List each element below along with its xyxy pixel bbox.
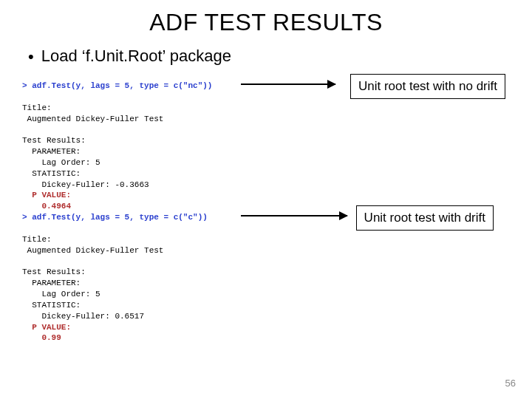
out-line: STATISTIC: [22, 169, 81, 178]
slide-title: ADF TEST RESULTS [0, 0, 532, 36]
out-line: Title: [22, 103, 52, 112]
pvalue-value: 0.4964 [22, 202, 71, 211]
out-line: PARAMETER: [22, 147, 81, 156]
bullet-dot-icon: • [28, 47, 34, 66]
page-number: 56 [505, 378, 516, 389]
bullet-item: •Load ‘f.Unit.Root’ package [28, 47, 532, 66]
out-line: Title: [22, 235, 52, 244]
pvalue-label: P VALUE: [22, 323, 71, 332]
out-line: Augmented Dickey-Fuller Test [22, 246, 163, 255]
out-line: Test Results: [22, 267, 86, 276]
pvalue-label: P VALUE: [22, 191, 71, 200]
out-line: Dickey-Fuller: 0.6517 [22, 312, 144, 321]
out-line: Lag Order: 5 [22, 290, 100, 299]
out-line: STATISTIC: [22, 301, 81, 310]
annotation-box-no-drift: Unit root test with no drift [350, 74, 505, 99]
command-line-2: > adf.Test(y, lags = 5, type = c("c")) [22, 213, 208, 222]
out-line: Dickey-Fuller: -0.3663 [22, 180, 149, 189]
out-line: Test Results: [22, 136, 86, 145]
arrow-icon [241, 215, 347, 216]
pvalue-value: 0.99 [22, 333, 61, 342]
annotation-box-with-drift: Unit root test with drift [356, 205, 494, 231]
out-line: PARAMETER: [22, 279, 81, 287]
command-line-1: > adf.Test(y, lags = 5, type = c("nc")) [22, 81, 212, 90]
out-line: Lag Order: 5 [22, 158, 100, 167]
out-line: Augmented Dickey-Fuller Test [22, 115, 163, 123]
arrow-icon [241, 83, 335, 85]
bullet-text: Load ‘f.Unit.Root’ package [41, 47, 231, 65]
